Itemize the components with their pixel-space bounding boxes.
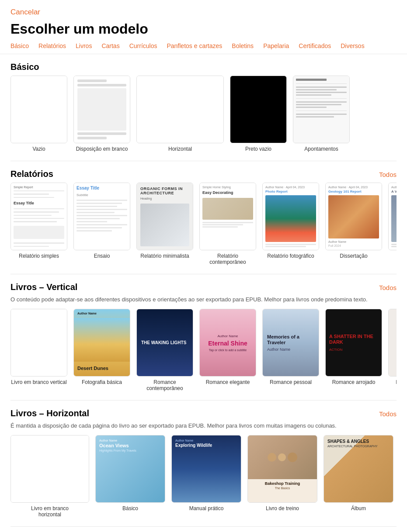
template-basico-h[interactable]: Author Name Ocean Views Highlights From … bbox=[95, 435, 165, 518]
template-vazio[interactable]: Vazio bbox=[10, 76, 67, 152]
relatorios-section: Relatórios Todos Simple Report Essay Tit… bbox=[0, 161, 407, 265]
relatorios-todos[interactable]: Todos bbox=[379, 171, 397, 178]
bakeshop-title: Bakeshop Training bbox=[265, 481, 300, 486]
bakeshop-sub: The Basics bbox=[275, 487, 290, 490]
template-disposicao-label: Disposição em branco bbox=[76, 146, 128, 152]
basico-templates: Vazio Disposição em branco Horizontal bbox=[10, 76, 397, 152]
template-romance-elegante-label: Romance elegante bbox=[206, 379, 250, 385]
template-manual-pratico[interactable]: Author Name Exploring Wildlife Manual pr… bbox=[171, 435, 241, 518]
ocean-subtitle: Highlights From My Travels bbox=[99, 449, 136, 452]
nav-diversos[interactable]: Diversos bbox=[341, 42, 364, 49]
wildlife-title: Exploring Wildlife bbox=[175, 443, 212, 448]
memories-title: Memories of a Traveler bbox=[267, 334, 314, 345]
ocean-title: Ocean Views bbox=[99, 443, 129, 448]
category-nav: Básico Relatórios Livros Cartas Currícul… bbox=[0, 37, 407, 54]
template-album[interactable]: SHAPES & ANGLES ARCHITECTURAL PHOTOGRAPH… bbox=[324, 435, 393, 518]
eternal-title: Eternal Shine bbox=[208, 340, 247, 347]
template-livro-branco-vertical-label: Livro em branco vertical bbox=[11, 379, 66, 385]
template-relatorio-contemporaneo-label: Relatório contemporâneo bbox=[199, 253, 256, 265]
template-horizontal[interactable]: Horizontal bbox=[136, 76, 224, 152]
cancel-button[interactable]: Cancelar bbox=[10, 8, 40, 17]
basico-title: Básico bbox=[10, 62, 39, 72]
wildlife-author: Author Name bbox=[175, 439, 193, 442]
cartas-section: Cartas Todos Sender Name bbox=[0, 527, 407, 532]
livros-vertical-templates: Livro em branco vertical Author Name Des… bbox=[10, 309, 397, 391]
template-livro-branco-horizontal-label: Livro em branco horizontal bbox=[21, 505, 78, 518]
eternal-tagline: Tap or click to add a subtitle bbox=[209, 349, 247, 352]
template-relatorio-minimalista[interactable]: ORGANIC FORMS IN ARCHITECTURE Heading Re… bbox=[136, 183, 193, 265]
template-livro-treino-label: Livro de treino bbox=[266, 505, 299, 511]
template-romance-contemporaneo-label: Romance contemporâneo bbox=[136, 379, 193, 391]
desert-author-label: Author Name bbox=[77, 312, 97, 315]
template-album-label: Álbum bbox=[351, 505, 366, 511]
template-disposicao[interactable]: Disposição em branco bbox=[73, 76, 130, 152]
template-relatorio-extra[interactable]: Author Name · Clearwood 2018 A Voyage to… bbox=[388, 183, 397, 265]
shatter-title: A SHATTER IN THE DARK bbox=[329, 334, 378, 345]
nav-cartas[interactable]: Cartas bbox=[101, 42, 119, 49]
nav-boletins[interactable]: Boletins bbox=[232, 42, 254, 49]
template-romance-contemporaneo[interactable]: THE WAKING LIGHTS Romance contemporâneo bbox=[136, 309, 193, 391]
relatorios-templates: Simple Report Essay Title Relatório simp… bbox=[10, 183, 397, 265]
template-relatorio-simples-label: Relatório simples bbox=[19, 253, 59, 259]
template-relatorio-fotografico[interactable]: Author Name · April 04, 2023 Photo Repor… bbox=[262, 183, 319, 265]
template-vazio-label: Vazio bbox=[32, 146, 45, 152]
livros-vertical-title: Livros – Vertical bbox=[10, 282, 77, 292]
template-fotografia-basica-label: Fotografia básica bbox=[82, 379, 122, 385]
template-relatorio-simples[interactable]: Simple Report Essay Title Relatório simp… bbox=[10, 183, 67, 265]
shapes-sub: ARCHITECTURAL PHOTOGRAPHY bbox=[327, 445, 390, 448]
template-apontamentos[interactable]: Apontamentos bbox=[293, 76, 350, 152]
template-dissertacao-label: Dissertação bbox=[340, 253, 367, 259]
nav-curriculos[interactable]: Currículos bbox=[129, 42, 157, 49]
nav-papelaria[interactable]: Papelaria bbox=[263, 42, 289, 49]
template-relatorio-minimalista-label: Relatório minimalista bbox=[140, 253, 189, 259]
page-title: Escolher um modelo bbox=[0, 17, 407, 37]
waking-title: THE WAKING LIGHTS bbox=[141, 340, 186, 345]
template-romance-simples-label: Romance simples bbox=[396, 379, 397, 385]
nav-livros[interactable]: Livros bbox=[76, 42, 92, 49]
template-romance-pessoal[interactable]: Memories of a Traveler Author Name Roman… bbox=[262, 309, 319, 391]
nav-basico[interactable]: Básico bbox=[10, 42, 29, 49]
desert-title: Desert Dunes bbox=[77, 366, 108, 371]
shatter-action: ACTION bbox=[329, 348, 342, 352]
template-preto-vazio-label: Preto vazio bbox=[245, 146, 271, 152]
nav-panfletos[interactable]: Panfletos e cartazes bbox=[167, 42, 222, 49]
template-romance-simples[interactable]: a book THREE TALES AUTHOR NAME Romance s… bbox=[388, 309, 397, 391]
template-fotografia-basica[interactable]: Author Name Desert Dunes Fotografia bási… bbox=[73, 309, 130, 391]
template-horizontal-label: Horizontal bbox=[168, 146, 192, 152]
template-apontamentos-label: Apontamentos bbox=[304, 146, 338, 152]
livros-horizontal-title: Livros – Horizontal bbox=[10, 408, 89, 418]
shapes-title: SHAPES & ANGLES bbox=[327, 439, 390, 444]
template-basico-h-label: Básico bbox=[122, 505, 138, 511]
livros-vertical-section: Livros – Vertical Todos O conteúdo pode … bbox=[0, 274, 407, 391]
livros-vertical-todos[interactable]: Todos bbox=[379, 284, 397, 291]
template-livro-treino[interactable]: Bakeshop Training The Basics Livro de tr… bbox=[247, 435, 317, 518]
livros-horizontal-templates: Livro em branco horizontal Author Name O… bbox=[10, 435, 397, 518]
livros-vertical-subtitle: O conteúdo pode adaptar-se aos diferente… bbox=[10, 296, 397, 304]
template-livro-branco-vertical[interactable]: Livro em branco vertical bbox=[10, 309, 67, 391]
livros-horizontal-section: Livros – Horizontal Todos É mantida a di… bbox=[0, 401, 407, 518]
livros-horizontal-subtitle: É mantida a disposição de cada página do… bbox=[10, 422, 397, 430]
template-relatorio-contemporaneo[interactable]: Simple Home Styling Easy Decorating Rela… bbox=[199, 183, 256, 265]
template-ensaio[interactable]: Essay Title Subtitle Ensaio bbox=[73, 183, 130, 265]
basico-section: Básico Vazio Disposição em branco bbox=[0, 54, 407, 152]
template-manual-pratico-label: Manual prático bbox=[189, 505, 224, 511]
template-romance-arrojado-label: Romance arrojado bbox=[332, 379, 376, 385]
template-ensaio-label: Ensaio bbox=[94, 253, 110, 259]
template-dissertacao[interactable]: Author Name · April 04, 2023 Geology 101… bbox=[325, 183, 382, 265]
ocean-author: Author Name bbox=[99, 439, 117, 442]
template-relatorio-fotografico-label: Relatório fotográfico bbox=[267, 253, 314, 259]
template-romance-elegante[interactable]: Author Name Eternal Shine Tap or click t… bbox=[199, 309, 256, 391]
template-livro-branco-horizontal[interactable]: Livro em branco horizontal bbox=[10, 435, 89, 518]
memories-author: Author Name bbox=[267, 347, 290, 352]
livros-horizontal-todos[interactable]: Todos bbox=[379, 410, 397, 418]
nav-relatorios[interactable]: Relatórios bbox=[38, 42, 66, 49]
template-romance-pessoal-label: Romance pessoal bbox=[270, 379, 312, 385]
nav-certificados[interactable]: Certificados bbox=[299, 42, 331, 49]
relatorios-title: Relatórios bbox=[10, 169, 53, 179]
template-preto-vazio[interactable]: Preto vazio bbox=[230, 76, 287, 152]
template-romance-arrojado[interactable]: A SHATTER IN THE DARK ACTION Romance arr… bbox=[325, 309, 382, 391]
eternal-author: Author Name bbox=[217, 334, 238, 338]
